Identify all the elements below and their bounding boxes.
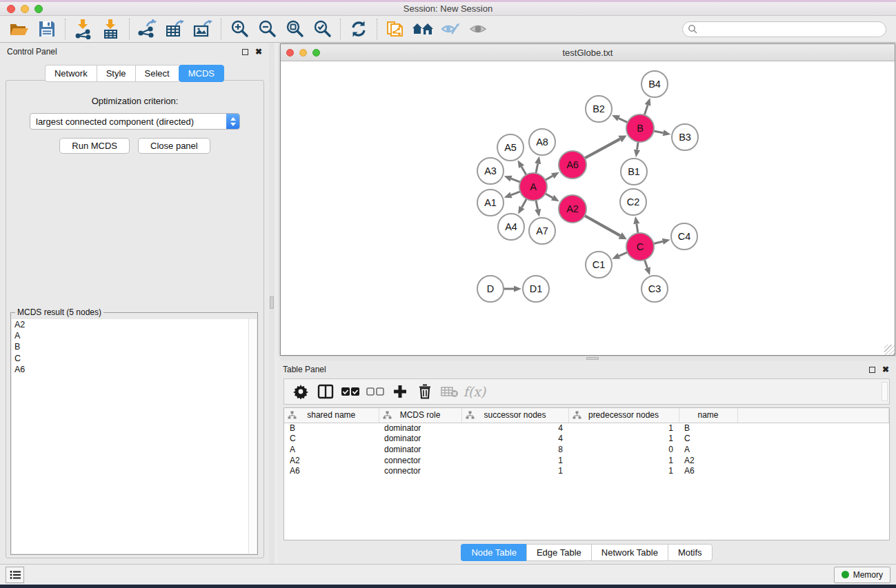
graph-edge-A-A2[interactable] — [545, 194, 552, 198]
graph-edge-C-C1[interactable] — [619, 252, 627, 256]
graph-edge-B-B3[interactable] — [654, 131, 664, 133]
close-window-button[interactable] — [7, 5, 15, 13]
network-close-button[interactable] — [286, 49, 294, 57]
table-cell[interactable]: C — [679, 434, 737, 445]
table-cell[interactable]: connector — [379, 465, 461, 476]
search-box[interactable] — [682, 21, 886, 37]
mcds-result-item[interactable]: C — [12, 353, 248, 364]
table-cell[interactable]: B — [679, 423, 737, 434]
import-network-button[interactable] — [70, 17, 97, 41]
hide-graphics-details-button[interactable] — [437, 17, 464, 41]
close-panel-button[interactable]: Close panel — [138, 138, 210, 154]
home-button[interactable] — [409, 17, 437, 41]
column-header-successor-nodes[interactable]: successor nodes — [461, 408, 568, 423]
tab-motifs[interactable]: Motifs — [668, 544, 713, 561]
zoom-selected-button[interactable] — [308, 17, 336, 41]
table-cell[interactable]: 1 — [568, 434, 679, 445]
delete-table-button[interactable] — [437, 381, 462, 403]
node-table[interactable]: shared nameMCDS rolesuccessor nodesprede… — [284, 408, 889, 476]
export-network-button[interactable] — [134, 17, 161, 41]
tab-network-table[interactable]: Network Table — [591, 544, 668, 561]
table-cell[interactable]: 0 — [568, 444, 679, 455]
result-scrollbar[interactable] — [248, 319, 257, 554]
table-cell[interactable]: 1 — [461, 465, 568, 476]
table-cell[interactable]: 8 — [461, 444, 568, 455]
table-cell[interactable]: 4 — [461, 434, 568, 445]
zoom-out-button[interactable] — [253, 17, 281, 41]
refresh-view-button[interactable] — [345, 17, 372, 41]
graph-edge-A-A4[interactable] — [521, 199, 526, 207]
column-header-name[interactable]: name — [679, 408, 737, 423]
delete-column-button[interactable] — [412, 381, 437, 403]
graph-edge-C-C2[interactable] — [637, 224, 638, 234]
search-input[interactable] — [701, 24, 886, 34]
table-scrollbar[interactable] — [882, 382, 888, 401]
window-resize-grip[interactable] — [884, 345, 895, 355]
zoom-in-button[interactable] — [226, 17, 253, 41]
graph-edge-A-A5[interactable] — [521, 167, 526, 175]
graph-edge-B-B2[interactable] — [619, 119, 628, 123]
table-cell[interactable]: 1 — [461, 455, 568, 466]
tab-network[interactable]: Network — [45, 65, 97, 82]
splitter-grip[interactable] — [586, 357, 599, 360]
network-window-titlebar[interactable]: testGlobe.txt — [281, 44, 895, 61]
graph-edge-A-A1[interactable] — [511, 192, 520, 195]
table-cell[interactable]: A6 — [284, 465, 379, 476]
column-header-shared-name[interactable]: shared name — [284, 408, 379, 423]
vertical-splitter[interactable] — [269, 43, 275, 564]
column-header-predecessor-nodes[interactable]: predecessor nodes — [568, 408, 679, 423]
tab-node-table[interactable]: Node Table — [461, 544, 526, 561]
save-session-button[interactable] — [33, 17, 61, 41]
float-panel-icon[interactable] — [869, 367, 875, 373]
mcds-result-item[interactable]: A2 — [12, 319, 248, 330]
mcds-result-list[interactable]: A2ABCA6 — [12, 319, 248, 554]
memory-button[interactable]: Memory — [834, 567, 890, 583]
float-panel-icon[interactable] — [242, 49, 248, 55]
column-header-MCDS-role[interactable]: MCDS role — [379, 408, 461, 423]
table-row[interactable]: Bdominator41B — [284, 423, 889, 434]
graph-edge-A-A7[interactable] — [536, 201, 538, 210]
table-cell[interactable]: 4 — [461, 423, 568, 434]
mcds-result-item[interactable]: B — [12, 341, 248, 352]
graph-edge-B-B1[interactable] — [637, 142, 639, 150]
mcds-result-item[interactable]: A6 — [12, 364, 248, 375]
graph-edge-A-A3[interactable] — [511, 179, 520, 182]
graph-edge-B-B4[interactable] — [644, 105, 648, 115]
column-settings-button[interactable] — [288, 381, 313, 403]
splitter-grip[interactable] — [270, 296, 274, 309]
table-cell[interactable]: connector — [379, 455, 461, 466]
zoom-window-button[interactable] — [34, 5, 43, 13]
mcds-result-item[interactable]: A — [12, 330, 248, 341]
table-cell[interactable]: B — [284, 423, 379, 434]
table-row[interactable]: Adominator80A — [284, 444, 889, 455]
table-cell[interactable]: A2 — [284, 455, 379, 466]
export-image-button[interactable] — [189, 17, 217, 41]
table-row[interactable]: A2connector11A2 — [284, 455, 889, 466]
graph-edge-A6-B[interactable] — [585, 139, 620, 159]
table-cell[interactable]: dominator — [379, 434, 461, 445]
new-network-from-selection-button[interactable] — [381, 17, 409, 41]
show-all-columns-button[interactable] — [338, 381, 363, 403]
table-cell[interactable]: A6 — [679, 465, 737, 476]
minimize-window-button[interactable] — [21, 5, 29, 13]
table-cell[interactable]: A — [284, 444, 379, 455]
graph-edge-A-A8[interactable] — [536, 163, 538, 173]
table-cell[interactable]: 1 — [568, 455, 679, 466]
task-history-button[interactable] — [6, 567, 24, 583]
tab-mcds[interactable]: MCDS — [179, 65, 224, 82]
tab-style[interactable]: Style — [97, 65, 135, 82]
graph-edge-C-C4[interactable] — [653, 241, 662, 243]
tab-select[interactable]: Select — [135, 65, 179, 82]
export-table-button[interactable] — [161, 17, 189, 41]
open-session-button[interactable] — [6, 17, 33, 41]
close-panel-icon[interactable]: ✖ — [255, 48, 262, 56]
table-row[interactable]: A6connector11A6 — [284, 465, 889, 476]
network-minimize-button[interactable] — [299, 49, 307, 57]
zoom-fit-button[interactable] — [281, 17, 308, 41]
criterion-dropdown[interactable]: largest connected component (directed) — [30, 113, 240, 130]
import-table-button[interactable] — [97, 17, 125, 41]
run-mcds-button[interactable]: Run MCDS — [59, 138, 130, 154]
network-canvas[interactable]: B4B2BB3A5A8A6A3B1AA1C2A2A4A7CC4C1C3DD1 — [281, 62, 895, 355]
show-graphics-details-button[interactable] — [464, 17, 492, 41]
graph-edge-A-A6[interactable] — [545, 176, 552, 180]
